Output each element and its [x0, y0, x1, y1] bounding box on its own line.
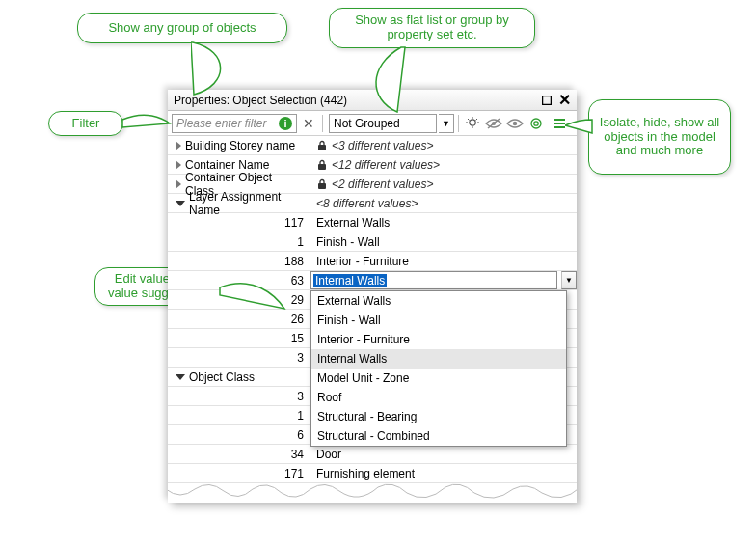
close-button[interactable]: ✕ — [555, 93, 573, 108]
row-count: 117 — [168, 213, 310, 232]
separator — [322, 115, 323, 132]
info-icon: i — [279, 117, 292, 130]
maximize-icon — [542, 96, 552, 105]
callout-filter-tail — [122, 114, 172, 133]
dropdown-option[interactable]: Model Unit - Zone — [311, 369, 566, 388]
row-count: 15 — [168, 329, 310, 347]
row-count: 3 — [168, 348, 310, 367]
row-value[interactable]: External Walls — [310, 213, 577, 232]
callout-text: Filter — [72, 117, 100, 131]
svg-rect-17 — [318, 164, 326, 170]
row-value: <3 different values> — [310, 136, 577, 154]
row-count: 1 — [168, 232, 310, 251]
value-suggestion-dropdown[interactable]: External Walls Finish - Wall Interior - … — [310, 290, 567, 447]
collapse-icon[interactable] — [176, 201, 185, 206]
dropdown-option[interactable]: Interior - Furniture — [311, 330, 566, 349]
svg-rect-0 — [543, 96, 552, 104]
svg-rect-18 — [318, 183, 326, 189]
hide-icon[interactable] — [484, 114, 503, 133]
row-value: <12 different values> — [310, 155, 577, 174]
svg-point-1 — [470, 119, 475, 124]
property-subrow[interactable]: 188 Interior - Furniture — [168, 252, 577, 271]
callout-flat-tail — [374, 46, 432, 116]
row-value[interactable]: Internal Walls ▼ — [310, 271, 577, 289]
callout-filter: Filter — [48, 111, 123, 136]
row-value[interactable]: Finish - Wall — [310, 232, 577, 251]
torn-edge — [168, 483, 577, 503]
filter-placeholder: Please enter filter — [176, 117, 266, 130]
lock-icon — [316, 159, 328, 171]
callout-edit-tail — [219, 280, 286, 318]
callout-isolate: Isolate, hide, show all objects in the m… — [588, 99, 731, 175]
callout-isolate-tail — [565, 116, 594, 145]
dropdown-option[interactable]: Roof — [311, 388, 566, 407]
separator — [458, 115, 459, 132]
row-value[interactable]: Door — [310, 445, 577, 463]
row-key: Layer Assignment Name — [168, 194, 310, 212]
clear-filter-button[interactable]: ✕ — [299, 114, 318, 133]
svg-point-11 — [531, 119, 541, 128]
row-count: 171 — [168, 464, 310, 482]
panel-toolbar: Please enter filter i ✕ Not Grouped ▼ — [168, 111, 577, 136]
svg-line-6 — [468, 119, 470, 121]
svg-line-7 — [476, 119, 478, 121]
expand-icon[interactable] — [176, 179, 181, 189]
dropdown-option[interactable]: Structural - Combined — [311, 426, 566, 446]
row-count: 188 — [168, 252, 310, 270]
expand-icon[interactable] — [176, 141, 181, 150]
gear-icon[interactable] — [526, 114, 546, 133]
row-count: 3 — [168, 387, 310, 405]
callout-text: Show as flat list or group by property s… — [339, 14, 525, 42]
grouping-selected: Not Grouped — [334, 117, 400, 130]
callout-group: Show any group of objects — [77, 13, 287, 43]
row-count: 6 — [168, 425, 310, 444]
grouping-dropdown[interactable]: Not Grouped — [329, 114, 437, 133]
svg-point-12 — [534, 121, 538, 124]
callout-text: Show any group of objects — [108, 21, 256, 36]
dropdown-option[interactable]: Internal Walls — [311, 349, 566, 369]
row-key: Object Class — [168, 368, 310, 386]
lock-icon — [316, 178, 328, 190]
dropdown-option[interactable]: Finish - Wall — [311, 311, 566, 330]
bulb-icon[interactable] — [463, 114, 482, 133]
callout-flat: Show as flat list or group by property s… — [329, 8, 535, 48]
row-count: 1 — [168, 406, 310, 424]
property-subrow[interactable]: 117 External Walls — [168, 213, 577, 232]
value-editor-selection: Internal Walls — [313, 274, 387, 287]
show-icon[interactable] — [505, 114, 525, 133]
lock-icon — [316, 140, 328, 151]
row-value[interactable]: <8 different values> — [310, 194, 577, 212]
dropdown-option[interactable]: Structural - Bearing — [311, 407, 566, 426]
property-row[interactable]: Layer Assignment Name <8 different value… — [168, 194, 577, 213]
property-row[interactable]: Building Storey name <3 different values… — [168, 136, 577, 155]
value-editor-dropdown-button[interactable]: ▼ — [561, 271, 577, 289]
property-subrow[interactable]: 1 Finish - Wall — [168, 232, 577, 252]
value-editor-input[interactable]: Internal Walls — [310, 271, 557, 289]
row-value[interactable]: Interior - Furniture — [310, 252, 577, 270]
callout-group-tail — [191, 41, 249, 101]
row-count: 34 — [168, 445, 310, 463]
svg-rect-16 — [318, 145, 326, 150]
row-value: <2 different values> — [310, 175, 577, 193]
filter-input[interactable]: Please enter filter i — [172, 114, 297, 133]
svg-point-10 — [513, 121, 517, 124]
maximize-button[interactable] — [538, 93, 555, 108]
collapse-icon[interactable] — [176, 374, 185, 380]
row-key: Building Storey name — [168, 136, 310, 154]
property-subrow[interactable]: 171 Furnishing element — [168, 464, 577, 483]
expand-icon[interactable] — [176, 160, 181, 170]
dropdown-option[interactable]: External Walls — [311, 291, 566, 311]
grouping-dropdown-button[interactable]: ▼ — [439, 114, 454, 133]
row-value[interactable]: Furnishing element — [310, 464, 577, 482]
property-subrow[interactable]: 34 Door — [168, 445, 577, 464]
callout-text: Isolate, hide, show all objects in the m… — [599, 116, 720, 159]
